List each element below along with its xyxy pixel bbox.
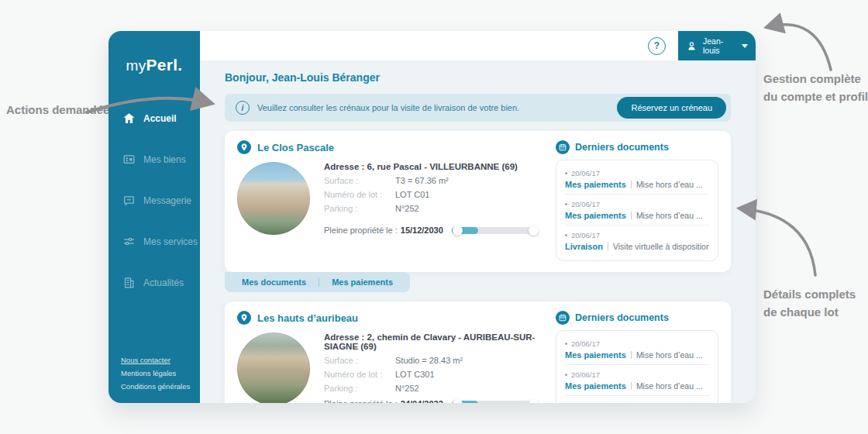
- document-entry[interactable]: 20/06/17 Mes paiements Mise hors d’eau .…: [565, 337, 709, 364]
- news-icon: [122, 276, 136, 289]
- document-entry[interactable]: 20/06/17 Mes paiements Mise hors d’eau .…: [565, 194, 709, 225]
- document-date-row: 20/06/17: [565, 401, 709, 403]
- field-label: Parking :: [324, 384, 395, 393]
- help-icon: ?: [654, 40, 660, 51]
- documents-panel: Derniers documents 20/06/17 Mes paiement…: [556, 140, 718, 261]
- sidebar-item-actualites[interactable]: Actualités: [122, 276, 200, 289]
- sidebar-item-mes-biens[interactable]: Mes biens: [122, 153, 200, 166]
- slider-handle-left: [453, 226, 463, 236]
- field-surface: Surface : T3 = 67.36 m²: [324, 176, 543, 185]
- document-entry[interactable]: 20/06/17 Livraison Visite virtuelle à di…: [565, 225, 709, 256]
- sidebar-item-messagerie[interactable]: Messagerie: [122, 194, 200, 207]
- ownership-progress: [452, 227, 539, 234]
- document-date: 20/06/17: [571, 231, 600, 239]
- property-body: Adresse : 6, rue Pascal - VILLEURBANNE (…: [237, 162, 543, 235]
- document-date: 20/06/17: [571, 339, 600, 348]
- separator: [631, 351, 632, 359]
- link-mentions-legales[interactable]: Mentions légales: [121, 369, 190, 377]
- separator: [608, 243, 608, 250]
- field-label: Surface :: [324, 356, 395, 365]
- slider-handle-right: [529, 399, 539, 404]
- property-name: Les hauts d’auribeau: [257, 312, 358, 324]
- calendar-icon: [556, 311, 570, 325]
- link-conditions-generales[interactable]: Conditions générales: [121, 382, 190, 391]
- document-date-row: 20/06/17: [565, 339, 709, 348]
- home-icon: [122, 112, 136, 125]
- user-menu[interactable]: Jean-louis: [678, 31, 756, 60]
- ownership-row: Pleine propriété le : 15/12/2030: [324, 219, 543, 235]
- documents-panel: Derniers documents 20/06/17 Mes paiement…: [556, 311, 718, 403]
- document-entry[interactable]: 20/06/17 Mes paiements Mise hors d’eau .…: [565, 364, 709, 395]
- bullet-dot: [565, 172, 567, 174]
- annotation-actions-demandees: Actions demandées: [6, 101, 119, 119]
- property-photo: [237, 332, 310, 403]
- document-desc: Visite virtuelle à disposition: [613, 242, 709, 251]
- field-parking: Parking : N°252: [324, 204, 543, 213]
- sliders-icon: [122, 235, 136, 248]
- document-date-row: 20/06/17: [565, 370, 709, 379]
- bullet-dot: [565, 374, 567, 376]
- reserve-slot-button[interactable]: Réservez un créneau: [617, 97, 726, 119]
- info-icon: i: [236, 101, 250, 115]
- document-line: Mes paiements Mise hors d’eau ...: [565, 350, 709, 360]
- field-parking: Parking : N°252: [324, 384, 543, 393]
- document-date-row: 20/06/17: [565, 200, 709, 208]
- field-value: Studio = 28.43 m²: [395, 356, 463, 365]
- document-desc: Mise hors d’eau ...: [636, 180, 703, 189]
- sidebar-item-label: Messagerie: [143, 195, 191, 206]
- document-category: Mes paiements: [565, 211, 626, 220]
- documents-header: Derniers documents: [556, 140, 718, 154]
- property-name: Le Clos Pascale: [257, 142, 334, 153]
- logo-brand: Perl.: [146, 56, 182, 74]
- tab-mes-paiements[interactable]: Mes paiements: [319, 277, 405, 287]
- chat-icon: [122, 194, 136, 207]
- document-desc: Mise hors d’eau ...: [636, 381, 703, 391]
- document-desc: Mise hors d’eau ...: [636, 350, 703, 360]
- id-card-icon: [122, 153, 136, 166]
- field-lot: Numéro de lot : LOT C301: [324, 370, 543, 379]
- document-date: 20/06/17: [571, 401, 600, 403]
- tab-mes-documents[interactable]: Mes documents: [229, 277, 319, 287]
- document-line: Mes paiements Mise hors d’eau ...: [565, 180, 709, 189]
- user-icon: [686, 40, 698, 52]
- property-photo: [237, 162, 310, 235]
- property-info: Le Clos Pascale Adresse : 6, rue Pascal …: [237, 140, 543, 261]
- document-category: Mes paiements: [565, 350, 626, 360]
- sidebar-item-mes-services[interactable]: Mes services: [122, 235, 200, 248]
- card-tabs: Mes documents Mes paiements: [225, 272, 410, 292]
- documents-list: 20/06/17 Mes paiements Mise hors d’eau .…: [556, 160, 718, 261]
- document-category: Mes paiements: [565, 180, 626, 189]
- document-entry[interactable]: 20/06/17 Livraison Visite virtuelle à di…: [565, 395, 709, 403]
- documents-header: Derniers documents: [556, 311, 718, 325]
- property-card: Les hauts d’auribeau Adresse : 2, chemin…: [225, 301, 731, 403]
- logo-prefix: my: [126, 57, 146, 74]
- ownership-row: Pleine propriété le : 24/04/2032: [324, 393, 543, 403]
- field-value: N°252: [395, 204, 419, 213]
- info-symbol: i: [242, 104, 244, 112]
- sidebar-item-label: Accueil: [143, 113, 177, 124]
- field-lot: Numéro de lot : LOT C01: [324, 190, 543, 199]
- link-nous-contacter[interactable]: Nous contacter: [121, 356, 190, 364]
- sidebar: myPerl. Accueil Mes biens Messagerie Mes…: [108, 31, 200, 403]
- property-details: Adresse : 2, chemin de Clavary - AURIBEA…: [324, 332, 543, 403]
- separator: [631, 181, 632, 188]
- documents-title: Derniers documents: [575, 312, 669, 323]
- ownership-label: Pleine propriété le :: [324, 399, 398, 403]
- ownership-date: 24/04/2032: [401, 399, 443, 403]
- sidebar-item-accueil[interactable]: Accueil: [122, 112, 200, 125]
- document-entry[interactable]: 20/06/17 Mes paiements Mise hors d’eau .…: [565, 167, 709, 194]
- property-address: Adresse : 6, rue Pascal - VILLEURBANNE (…: [324, 162, 543, 171]
- document-date-row: 20/06/17: [565, 169, 709, 177]
- help-button[interactable]: ?: [648, 37, 666, 55]
- field-value: T3 = 67.36 m²: [395, 176, 449, 185]
- field-value: LOT C01: [395, 190, 429, 199]
- slider-handle-left: [453, 399, 463, 404]
- field-value: N°252: [395, 384, 419, 393]
- sidebar-item-label: Mes services: [143, 236, 198, 247]
- field-value: LOT C301: [395, 370, 435, 379]
- field-label: Numéro de lot :: [324, 370, 395, 379]
- bullet-dot: [565, 343, 567, 345]
- ownership-date: 15/12/2030: [401, 226, 443, 235]
- topbar: ? Jean-louis: [200, 31, 756, 60]
- documents-list: 20/06/17 Mes paiements Mise hors d’eau .…: [556, 330, 718, 403]
